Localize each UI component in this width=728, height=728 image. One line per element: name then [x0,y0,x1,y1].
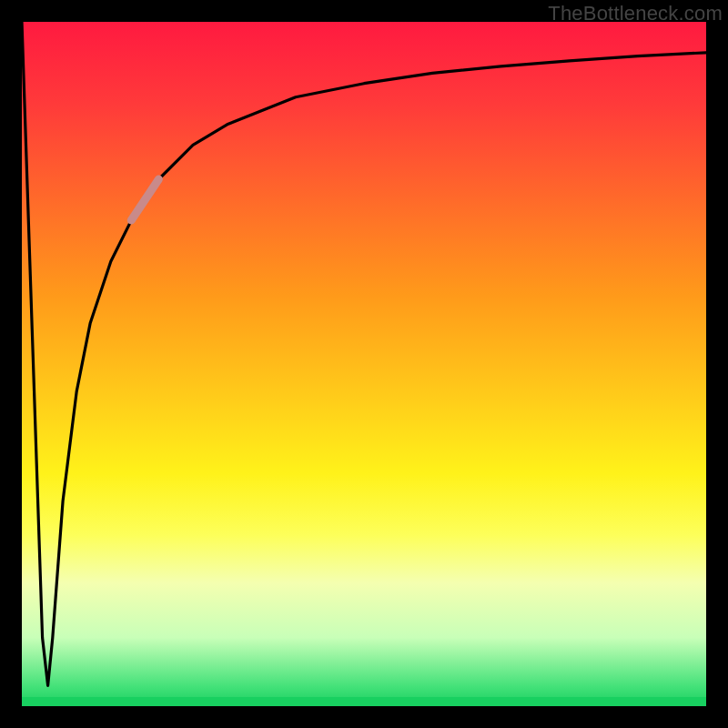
chart-frame: TheBottleneck.com [0,0,728,728]
watermark-text: TheBottleneck.com [548,2,723,25]
plot-area [22,22,706,706]
bottom-green-band [22,697,706,706]
bottleneck-curve-path [22,22,706,685]
highlight-segment-path [131,179,158,220]
curve-svg [22,22,706,706]
